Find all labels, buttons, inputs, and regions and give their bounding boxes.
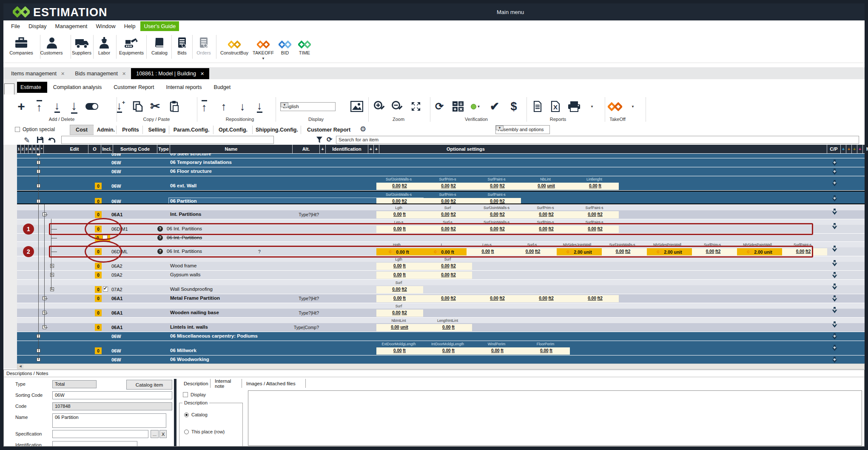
- table-row[interactable]: LgthSurfSurfJointWalls-sSurfPrim-sSurfPa…: [17, 205, 865, 219]
- field-input-code[interactable]: 107848: [52, 402, 172, 410]
- sorting-code-cell[interactable]: 06W: [111, 357, 121, 362]
- edit-input[interactable]: [61, 136, 274, 144]
- assembly-options-dropdown[interactable]: Assembly and options▼: [495, 125, 550, 134]
- table-row-main[interactable]: +006A1Lintels int. wallsType|Comp?0.00 u…: [17, 323, 865, 332]
- optional-cell[interactable]: 0.00 ft2: [490, 212, 504, 217]
- table-row[interactable]: ExtDoorMoldgLengthIntDoorMoldgLengthWind…: [17, 341, 865, 355]
- copy-icon[interactable]: [130, 98, 145, 115]
- save-floppy-icon[interactable]: [37, 136, 44, 145]
- table-row[interactable]: +06W06 Temporary installations: [17, 158, 865, 167]
- optional-cell[interactable]: 0.00 ft2: [490, 183, 504, 188]
- optional-cell[interactable]: 0.00 ft2: [441, 199, 455, 204]
- recalculate-icon[interactable]: [450, 98, 466, 115]
- copy-down-arrow-icon[interactable]: [832, 284, 837, 290]
- view-tab-compilation-analysis[interactable]: Compilation analysis: [47, 82, 108, 93]
- verify-check-icon[interactable]: ✔: [487, 98, 502, 115]
- filter-tab-param-config-[interactable]: Param.Config.: [171, 125, 212, 135]
- document-tab[interactable]: Bids management✕: [70, 68, 131, 79]
- header-level-1[interactable]: 1: [17, 145, 21, 153]
- table-row[interactable]: +06W06 Woodworking: [17, 355, 865, 364]
- copy-down-arrow-icon[interactable]: [832, 169, 837, 175]
- menu-item-file[interactable]: File: [8, 21, 23, 31]
- move-bottom-icon[interactable]: ↓: [252, 98, 267, 115]
- name-cell[interactable]: 06 Woodworking: [170, 357, 209, 362]
- name-cell[interactable]: 06 Floor structure: [170, 169, 212, 174]
- radio-this-place-row-[interactable]: [184, 430, 189, 434]
- fit-screen-icon[interactable]: [408, 98, 424, 115]
- search-refresh-icon[interactable]: ⟳: [327, 135, 332, 143]
- header-level-3[interactable]: 3: [25, 145, 28, 153]
- optional-cell[interactable]: 0.00 ft2: [588, 296, 602, 301]
- status-dot-dropdown[interactable]: ▼: [468, 98, 483, 115]
- add-icon[interactable]: +: [14, 98, 29, 115]
- copy-down-arrow-icon[interactable]: [832, 223, 837, 229]
- name-cell[interactable]: Int. Partitions: [170, 212, 201, 217]
- insert-copied-icon[interactable]: ↓+: [113, 98, 128, 115]
- table-row-main[interactable]: -006W06 Partition0.00 ft20.00 ft20.00 ft…: [17, 197, 865, 204]
- optional-cell[interactable]: 0.00 ft: [393, 296, 406, 301]
- optional-cell[interactable]: 0.00 ft: [393, 272, 406, 277]
- filter-tab-opt-config-[interactable]: Opt.Config.: [215, 125, 251, 135]
- print-icon[interactable]: [566, 98, 582, 115]
- browse-button[interactable]: ...: [151, 430, 159, 438]
- header-level-5[interactable]: 5: [32, 145, 36, 153]
- header-plus-colored[interactable]: +: [841, 145, 846, 153]
- document-tab-active[interactable]: 108861 : Model | Building✕: [131, 68, 209, 79]
- field-input-name[interactable]: 06 Partition: [52, 413, 166, 428]
- expand-plus-icon[interactable]: +: [37, 154, 40, 156]
- takeoff-icon[interactable]: [607, 98, 623, 115]
- sorting-code-cell[interactable]: 06A2: [111, 264, 122, 269]
- field-input-specification[interactable]: [52, 430, 148, 438]
- header-plus-colored[interactable]: +: [852, 145, 857, 153]
- o-flag-cell[interactable]: 0: [95, 198, 102, 204]
- undo-icon[interactable]: [48, 137, 56, 145]
- menu-item-help[interactable]: Help: [121, 21, 139, 31]
- table-row-main[interactable]: +06W06 Temporary installations: [17, 158, 865, 167]
- move-top-icon[interactable]: ↑: [196, 98, 212, 115]
- close-icon[interactable]: ✕: [122, 71, 126, 77]
- zoom-in-icon[interactable]: [372, 98, 387, 115]
- table-row-main[interactable]: +006A2Wood frame0.00 ft0.00 ft2: [17, 262, 865, 270]
- optional-cell[interactable]: 0.00 unit: [538, 183, 555, 188]
- sorting-code-cell[interactable]: 06W: [111, 348, 121, 353]
- optional-cell[interactable]: 0.00 ft: [393, 348, 406, 353]
- optional-cell[interactable]: 0.00 ft2: [441, 264, 455, 268]
- table-row[interactable]: SurfJointWalls-sSurfPrim-sSurfPaint-s-00…: [17, 191, 865, 204]
- table-row[interactable]: Surf+007A2Wall Soundproofing0.00 ft2: [17, 280, 865, 294]
- toolbar-button-time[interactable]: TIME: [290, 33, 319, 60]
- optional-cell[interactable]: 0.00 ft2: [490, 296, 504, 301]
- copy-down-arrow-icon[interactable]: [832, 345, 837, 351]
- filter-tab-shipping-config-[interactable]: Shipping.Config.: [254, 125, 299, 135]
- alt-cell[interactable]: Type?|Ht?: [281, 310, 319, 315]
- table-row[interactable]: NbIntLintLengthIntLint+006A1Lintels int.…: [17, 318, 865, 332]
- name-cell[interactable]: 06 Int. Partitions: [167, 235, 202, 240]
- display-checkbox[interactable]: [183, 392, 188, 397]
- cut-icon[interactable]: ✂: [148, 98, 163, 115]
- copy-down-arrow-icon[interactable]: [832, 295, 837, 302]
- name-cell[interactable]: 06 Miscellaneous carpentry: Podiums: [170, 333, 258, 338]
- sorting-code-cell[interactable]: 06W: [111, 169, 121, 174]
- copy-down-arrow-icon[interactable]: [832, 246, 837, 252]
- optional-cell[interactable]: 0.00 ft2: [441, 183, 455, 188]
- name-cell[interactable]: Wood frame: [170, 263, 196, 268]
- copy-down-arrow-icon[interactable]: [832, 272, 837, 278]
- optional-cell[interactable]: 0.00 ft2: [539, 212, 553, 217]
- toolbar-button-labor[interactable]: Labor: [89, 33, 119, 60]
- optional-cell[interactable]: 0.00 ft2: [588, 212, 602, 217]
- table-row-main[interactable]: +006W06 Millwork0.00 ft0.00 ft0.00 ft0.0…: [17, 347, 865, 355]
- clear-button[interactable]: X: [159, 430, 167, 438]
- optional-cell[interactable]: 0.00 ft2: [441, 296, 455, 301]
- filter-tab-profits[interactable]: Profits: [118, 125, 143, 135]
- table-row-main[interactable]: +006W06 ext. Wall0.00 ft20.00 ft20.00 ft…: [17, 182, 865, 190]
- optional-cell[interactable]: 0.00 ft2: [441, 272, 455, 277]
- field-input-sorting-code[interactable]: 06W: [52, 391, 172, 399]
- o-flag-cell[interactable]: 0: [95, 310, 102, 316]
- table-row-main[interactable]: +06W06 Woodworking: [17, 355, 865, 364]
- sorting-code-cell[interactable]: 06A1: [111, 296, 122, 301]
- optional-cell[interactable]: 0.00 ft2: [539, 296, 553, 301]
- delete-all-icon[interactable]: ↓: [66, 98, 82, 115]
- header-plus-colored[interactable]: +: [857, 145, 863, 153]
- filter-tab-cost[interactable]: Cost: [70, 125, 94, 135]
- table-row-main[interactable]: +009A2Gypsum walls0.00 ft0.00 ft2: [17, 271, 865, 279]
- alt-cell[interactable]: Type?|Ht?: [281, 296, 319, 301]
